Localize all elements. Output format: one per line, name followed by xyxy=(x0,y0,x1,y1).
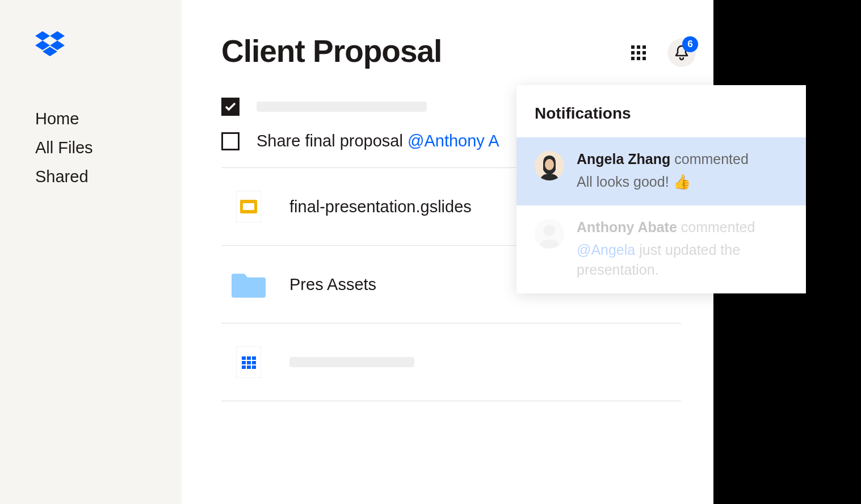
svg-rect-5 xyxy=(247,356,251,360)
header-icons: 6 xyxy=(624,39,696,67)
file-name: final-presentation.gslides xyxy=(289,198,472,216)
mention[interactable]: @Angela xyxy=(577,242,635,258)
svg-rect-10 xyxy=(242,366,246,369)
svg-rect-17 xyxy=(637,51,640,54)
folder-icon xyxy=(232,267,266,301)
notifications-title: Notifications xyxy=(516,85,806,137)
svg-point-25 xyxy=(544,225,555,236)
spreadsheet-icon xyxy=(232,345,266,379)
dropbox-logo[interactable] xyxy=(35,31,182,58)
notification-body: @Angela just updated the presentation. xyxy=(577,240,788,280)
svg-rect-21 xyxy=(642,57,646,60)
svg-rect-19 xyxy=(631,57,635,60)
avatar xyxy=(535,151,564,180)
sidebar: Home All Files Shared xyxy=(0,0,182,504)
file-placeholder xyxy=(289,357,414,367)
svg-rect-15 xyxy=(642,45,646,49)
notification-author: Anthony Abate xyxy=(577,219,677,235)
notification-author: Angela Zhang xyxy=(577,151,670,167)
notifications-panel: Notifications Angela Zhang commented All… xyxy=(516,85,806,293)
app-grid-button[interactable] xyxy=(624,39,653,67)
svg-rect-14 xyxy=(637,45,640,49)
notification-badge: 6 xyxy=(682,36,698,52)
sidebar-item-all-files[interactable]: All Files xyxy=(35,138,182,157)
file-name: Pres Assets xyxy=(289,275,376,294)
notification-body: All looks good! 👍 xyxy=(577,172,788,192)
svg-rect-11 xyxy=(247,366,251,369)
svg-rect-12 xyxy=(252,366,256,369)
svg-rect-9 xyxy=(252,361,256,364)
avatar xyxy=(535,219,564,249)
svg-point-23 xyxy=(545,159,554,170)
notification-item[interactable]: Anthony Abate commented @Angela just upd… xyxy=(516,205,806,293)
task-placeholder xyxy=(257,102,427,112)
sidebar-item-shared[interactable]: Shared xyxy=(35,167,182,186)
mention[interactable]: @Anthony A xyxy=(408,132,499,150)
svg-rect-6 xyxy=(252,356,256,360)
page-title: Client Proposal xyxy=(221,33,681,69)
task-text: Share final proposal @Anthony A xyxy=(257,132,499,150)
notification-item[interactable]: Angela Zhang commented All looks good! 👍 xyxy=(516,137,806,205)
svg-rect-20 xyxy=(637,57,640,60)
svg-rect-16 xyxy=(631,51,635,54)
svg-rect-7 xyxy=(242,361,246,364)
svg-rect-2 xyxy=(243,203,254,210)
svg-rect-4 xyxy=(242,356,246,360)
notification-content: Angela Zhang commented All looks good! 👍 xyxy=(577,151,788,192)
notification-content: Anthony Abate commented @Angela just upd… xyxy=(577,219,788,280)
gslides-icon xyxy=(232,190,266,224)
svg-rect-13 xyxy=(631,45,635,49)
task-checkbox-unchecked[interactable] xyxy=(221,132,240,150)
sidebar-item-home[interactable]: Home xyxy=(35,110,182,128)
file-row[interactable] xyxy=(221,324,681,401)
task-checkbox-checked[interactable] xyxy=(221,98,240,116)
svg-rect-18 xyxy=(642,51,646,54)
svg-rect-8 xyxy=(247,361,251,364)
notifications-button[interactable]: 6 xyxy=(667,39,696,67)
